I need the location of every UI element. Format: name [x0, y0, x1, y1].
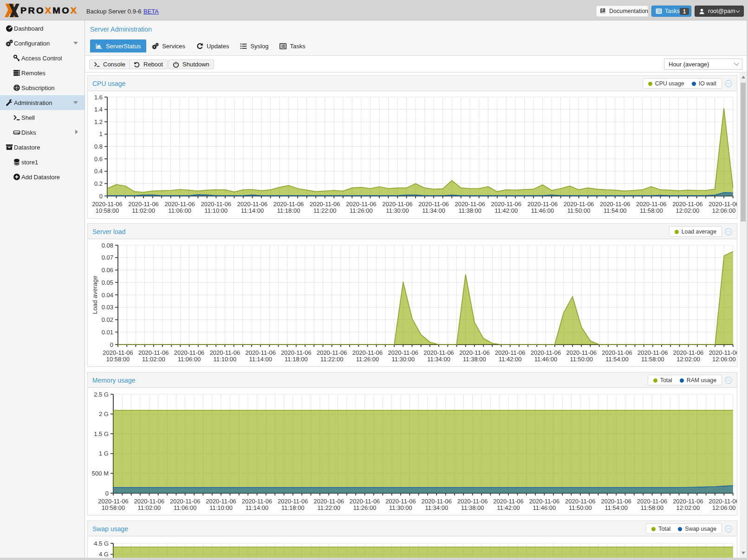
svg-text:11:58:00: 11:58:00	[640, 207, 663, 214]
svg-text:0.6: 0.6	[94, 156, 103, 163]
svg-text:2020-11-06: 2020-11-06	[281, 349, 312, 356]
svg-text:0.04: 0.04	[102, 292, 113, 299]
svg-text:11:30:00: 11:30:00	[391, 356, 415, 363]
svg-text:2020-11-06: 2020-11-06	[709, 349, 737, 356]
svg-text:0.06: 0.06	[102, 267, 113, 273]
svg-text:11:02:00: 11:02:00	[142, 356, 165, 363]
svg-text:11:54:00: 11:54:00	[605, 356, 629, 363]
svg-text:11:54:00: 11:54:00	[605, 504, 628, 511]
svg-text:11:46:00: 11:46:00	[534, 356, 558, 363]
svg-text:0.08: 0.08	[102, 242, 113, 249]
svg-text:11:22:00: 11:22:00	[313, 207, 337, 214]
svg-text:0.03: 0.03	[102, 304, 113, 311]
svg-text:2020-11-06: 2020-11-06	[317, 349, 347, 356]
svg-text:10:58:00: 10:58:00	[96, 207, 119, 214]
svg-text:2020-11-06: 2020-11-06	[422, 498, 452, 505]
svg-text:2020-11-06: 2020-11-06	[92, 201, 123, 208]
svg-text:2020-11-06: 2020-11-06	[245, 349, 276, 356]
svg-text:0.05: 0.05	[102, 279, 113, 286]
svg-text:0.01: 0.01	[102, 329, 113, 336]
svg-text:2020-11-06: 2020-11-06	[206, 498, 236, 505]
svg-text:2020-11-06: 2020-11-06	[138, 349, 169, 356]
svg-text:0: 0	[105, 490, 109, 497]
svg-text:2020-11-06: 2020-11-06	[388, 349, 419, 356]
svg-text:2020-11-06: 2020-11-06	[709, 498, 737, 505]
svg-text:11:14:00: 11:14:00	[241, 207, 264, 214]
svg-text:0.8: 0.8	[94, 143, 103, 150]
svg-text:11:38:00: 11:38:00	[458, 207, 481, 214]
svg-text:0.07: 0.07	[102, 254, 113, 261]
svg-text:11:18:00: 11:18:00	[277, 207, 300, 214]
svg-text:2020-11-06: 2020-11-06	[237, 201, 268, 208]
svg-text:11:42:00: 11:42:00	[494, 207, 518, 214]
svg-text:11:26:00: 11:26:00	[353, 504, 377, 511]
svg-text:12:06:00: 12:06:00	[712, 356, 736, 363]
svg-text:11:58:00: 11:58:00	[641, 356, 664, 363]
svg-text:10:58:00: 10:58:00	[102, 504, 125, 511]
svg-text:2020-11-06: 2020-11-06	[565, 498, 596, 505]
svg-text:500 M: 500 M	[92, 470, 109, 477]
svg-text:11:22:00: 11:22:00	[320, 356, 344, 363]
svg-text:2020-11-06: 2020-11-06	[382, 201, 413, 208]
svg-text:11:26:00: 11:26:00	[350, 207, 373, 214]
svg-text:1: 1	[99, 130, 103, 137]
svg-text:2020-11-06: 2020-11-06	[672, 201, 703, 208]
svg-text:11:34:00: 11:34:00	[422, 207, 445, 214]
svg-text:1.2: 1.2	[94, 118, 103, 125]
svg-text:2020-11-06: 2020-11-06	[98, 498, 129, 505]
svg-text:2020-11-06: 2020-11-06	[491, 201, 522, 208]
svg-text:11:42:00: 11:42:00	[497, 504, 520, 511]
svg-text:0: 0	[99, 193, 103, 200]
svg-text:2020-11-06: 2020-11-06	[566, 349, 597, 356]
svg-text:11:18:00: 11:18:00	[285, 356, 308, 363]
svg-text:12:02:00: 12:02:00	[676, 207, 700, 214]
svg-text:11:58:00: 11:58:00	[641, 504, 664, 511]
svg-text:11:42:00: 11:42:00	[499, 356, 522, 363]
svg-text:11:10:00: 11:10:00	[214, 356, 237, 363]
svg-text:12:06:00: 12:06:00	[712, 504, 736, 511]
svg-text:2020-11-06: 2020-11-06	[493, 498, 524, 505]
svg-text:11:34:00: 11:34:00	[425, 504, 448, 511]
svg-text:0: 0	[110, 341, 113, 348]
svg-text:2020-11-06: 2020-11-06	[418, 201, 449, 208]
svg-text:1.6: 1.6	[94, 94, 103, 101]
svg-text:2020-11-06: 2020-11-06	[313, 498, 344, 505]
svg-text:2020-11-06: 2020-11-06	[636, 201, 667, 208]
svg-text:11:30:00: 11:30:00	[389, 504, 412, 511]
svg-text:10:58:00: 10:58:00	[106, 356, 130, 363]
svg-text:2020-11-06: 2020-11-06	[673, 349, 704, 356]
svg-text:11:06:00: 11:06:00	[178, 356, 201, 363]
svg-text:2020-11-06: 2020-11-06	[457, 498, 488, 505]
svg-text:2020-11-06: 2020-11-06	[346, 201, 377, 208]
svg-text:0.02: 0.02	[102, 316, 113, 323]
svg-text:2020-11-06: 2020-11-06	[673, 498, 703, 505]
svg-text:11:54:00: 11:54:00	[604, 207, 627, 214]
svg-text:2020-11-06: 2020-11-06	[134, 498, 165, 505]
svg-text:11:06:00: 11:06:00	[168, 207, 191, 214]
svg-text:11:22:00: 11:22:00	[317, 504, 340, 511]
svg-text:2020-11-06: 2020-11-06	[637, 498, 668, 505]
svg-text:2020-11-06: 2020-11-06	[174, 349, 205, 356]
svg-text:2020-11-06: 2020-11-06	[350, 498, 380, 505]
svg-text:2020-11-06: 2020-11-06	[564, 201, 594, 208]
svg-text:2020-11-06: 2020-11-06	[385, 498, 416, 505]
svg-text:2020-11-06: 2020-11-06	[210, 349, 241, 356]
svg-text:11:38:00: 11:38:00	[463, 356, 486, 363]
svg-text:11:14:00: 11:14:00	[246, 504, 269, 511]
svg-text:2020-11-06: 2020-11-06	[310, 201, 340, 208]
svg-text:11:50:00: 11:50:00	[569, 504, 592, 511]
svg-text:11:50:00: 11:50:00	[570, 356, 593, 363]
svg-text:12:06:00: 12:06:00	[712, 207, 736, 214]
svg-text:2020-11-06: 2020-11-06	[637, 349, 668, 356]
svg-text:11:10:00: 11:10:00	[209, 504, 233, 511]
svg-text:2020-11-06: 2020-11-06	[455, 201, 485, 208]
svg-text:2020-11-06: 2020-11-06	[601, 498, 631, 505]
svg-text:12:02:00: 12:02:00	[676, 356, 700, 363]
svg-text:Load average: Load average	[91, 276, 98, 314]
svg-text:2020-11-06: 2020-11-06	[103, 349, 133, 356]
svg-text:11:18:00: 11:18:00	[281, 504, 305, 511]
svg-text:2020-11-06: 2020-11-06	[602, 349, 632, 356]
svg-text:2020-11-06: 2020-11-06	[242, 498, 273, 505]
svg-text:11:30:00: 11:30:00	[386, 207, 409, 214]
svg-text:1 G: 1 G	[99, 450, 109, 457]
